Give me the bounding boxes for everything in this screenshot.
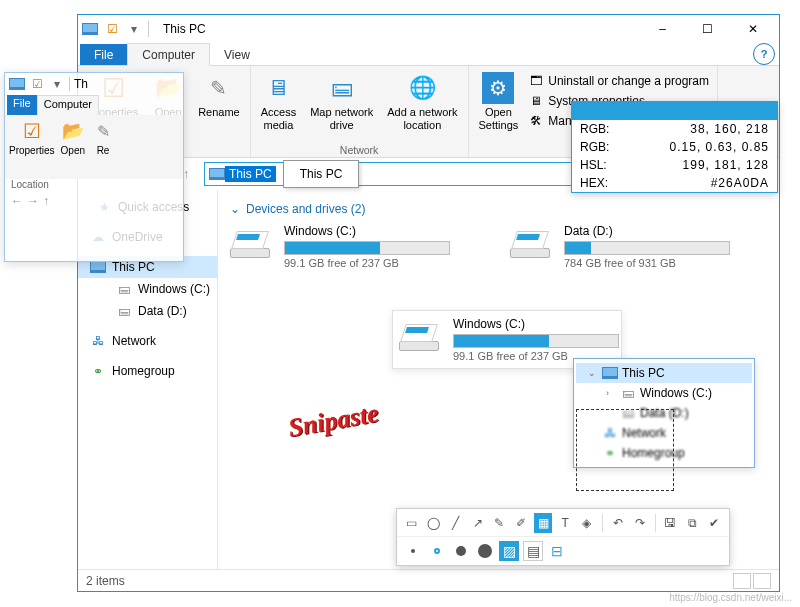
color-label: HSL: [580,158,620,172]
color-swatch [572,102,777,120]
undo-button[interactable]: ↶ [609,513,627,533]
copy-button[interactable]: ⧉ [683,513,701,533]
section-heading[interactable]: ⌄ Devices and drives (2) [230,202,767,216]
tree-item-this-pc[interactable]: ⌄ This PC [576,363,752,383]
ribbon-label: Rename [198,106,240,119]
qat-dropdown-icon: ▾ [49,76,65,92]
color-value: 0.15, 0.63, 0.85 [620,140,769,154]
open-icon: 📂 [61,119,85,143]
sidebar-label: Windows (C:) [138,282,210,296]
help-button[interactable]: ? [753,43,775,65]
ribbon-label: Uninstall or change a program [548,74,709,88]
tool-pencil-button[interactable]: ✎ [491,513,509,533]
tool-arrow-button[interactable]: ↗ [469,513,487,533]
monitor-icon [602,365,618,381]
chevron-right-icon: › [606,388,616,398]
color-value: 38, 160, 218 [620,122,769,136]
tab-file[interactable]: File [80,44,127,65]
homegroup-icon: ⚭ [90,363,106,379]
tool-marker-button[interactable]: ✐ [512,513,530,533]
chevron-down-icon: ⌄ [230,202,240,216]
size-2-button[interactable] [427,541,447,561]
tab-computer[interactable]: Computer [127,43,210,66]
qat-properties-icon[interactable]: ☑ [104,21,120,37]
mosaic-mode-button[interactable]: ▨ [499,541,519,561]
rename-icon: ✎ [203,72,235,104]
drive-item-c[interactable]: Windows (C:) 99.1 GB free of 237 GB [230,224,450,269]
rename-icon: ✎ [91,119,115,143]
sidebar-item-drive-d[interactable]: 🖴 Data (D:) [78,300,217,322]
stroke-toggle-button[interactable]: ⊟ [547,541,567,561]
ribbon-label: Add a network location [387,106,457,131]
tab-computer: Computer [37,95,99,115]
ribbon-uninstall-button[interactable]: 🗔 Uninstall or change a program [526,72,711,90]
manage-icon: 🛠 [528,113,544,129]
tree-label: This PC [622,366,665,380]
ribbon-map-drive-button[interactable]: 🖴 Map network drive [306,70,377,144]
network-icon: 🖧 [90,333,106,349]
drive-usage-bar [453,334,619,348]
ribbon-add-location-button[interactable]: 🌐 Add a network location [383,70,461,144]
ribbon-rename-button[interactable]: ✎ Rename [194,70,244,144]
ribbon-properties-button: ☑ Properties [9,119,55,175]
ribbon-label: Access media [261,106,296,131]
save-button[interactable]: 🖫 [661,513,679,533]
drive-icon [510,224,554,258]
tool-rectangle-button[interactable]: ▭ [403,513,421,533]
sidebar-item-drive-c[interactable]: 🖴 Windows (C:) [78,278,217,300]
tool-line-button[interactable]: ╱ [447,513,465,533]
tree-label: Windows (C:) [640,386,712,400]
drive-usage-bar [564,241,730,255]
drive-item-d[interactable]: Data (D:) 784 GB free of 931 GB [510,224,730,269]
size-4-button[interactable] [475,541,495,561]
pinned-tree-snippet[interactable]: ⌄ This PC › 🖴 Windows (C:) 🖴 Data (D:) 🖧… [573,358,755,468]
qat-dropdown-icon[interactable]: ▾ [126,21,142,37]
drive-name: Windows (C:) [284,224,450,238]
app-icon [9,76,25,92]
drive-name: Windows (C:) [453,317,619,331]
qat-icon: ☑ [29,76,45,92]
toolbar-separator [655,514,656,532]
drive-sub: 99.1 GB free of 237 GB [284,257,450,269]
blur-mode-button[interactable]: ▤ [523,541,543,561]
tool-text-button[interactable]: T [556,513,574,533]
ribbon-label: Open Settings [479,106,519,131]
drive-name: Data (D:) [564,224,730,238]
sidebar-item-homegroup[interactable]: ⚭ Homegroup [78,360,217,382]
tool-mosaic-button[interactable]: ▦ [534,513,552,533]
breadcrumb-text[interactable]: This PC [225,166,276,182]
breadcrumb-icon [209,166,225,182]
redo-button[interactable]: ↷ [631,513,649,533]
sidebar-item-network[interactable]: 🖧 Network [78,330,217,352]
ribbon-rename-button: ✎ Re [91,119,115,175]
tool-eraser-button[interactable]: ◈ [578,513,596,533]
selection-handles[interactable] [576,409,674,491]
ribbon-access-media-button[interactable]: 🖥 Access media [257,70,300,144]
size-3-button[interactable] [451,541,471,561]
tool-ellipse-button[interactable]: ◯ [425,513,443,533]
maximize-button[interactable]: ☐ [685,15,730,43]
pinned-explorer-snippet[interactable]: ☑ ▾ Th File Computer ☑ Properties 📂 Open… [4,72,184,262]
nav-up-button: ↑ [43,194,49,208]
drive-usage-bar [284,241,450,255]
snipaste-toolbar: ▭ ◯ ╱ ↗ ✎ ✐ ▦ T ◈ ↶ ↷ 🖫 ⧉ ✔ ▨ ▤ ⊟ [396,508,730,566]
minimize-button[interactable]: – [640,15,685,43]
ribbon-group-label: Location [5,179,183,190]
size-1-button[interactable] [403,541,423,561]
view-large-button[interactable] [753,573,771,589]
tree-item-drive-c[interactable]: › 🖴 Windows (C:) [576,383,752,403]
nav-back-button: ← [11,194,23,208]
ribbon-label: Properties [9,145,55,157]
sysprops-icon: 🖥 [528,93,544,109]
drive-icon: 🖴 [620,385,636,401]
breadcrumb-tooltip: This PC [283,160,359,188]
statusbar: 2 items [78,569,779,591]
color-label: HEX: [580,176,620,190]
view-details-button[interactable] [733,573,751,589]
confirm-button[interactable]: ✔ [705,513,723,533]
close-button[interactable]: ✕ [730,15,775,43]
tab-view[interactable]: View [210,44,264,65]
properties-icon: ☑ [20,119,44,143]
window-title: This PC [163,22,206,36]
ribbon-open-settings-button[interactable]: ⚙ Open Settings [475,70,523,156]
